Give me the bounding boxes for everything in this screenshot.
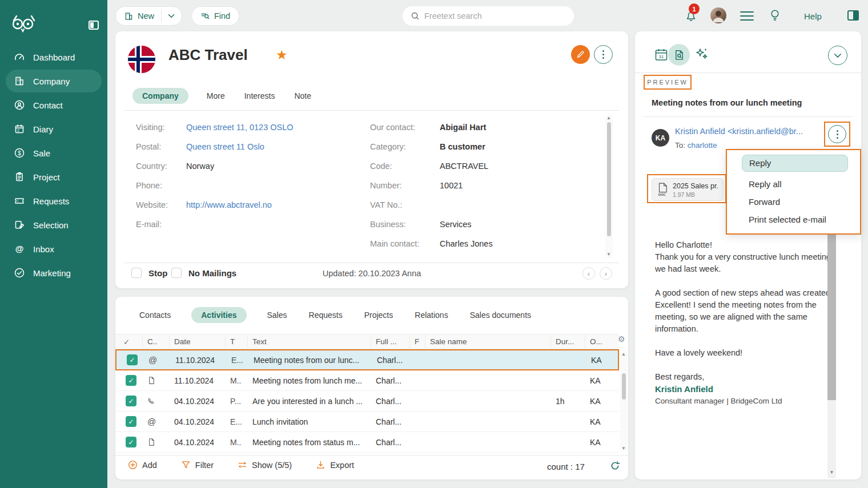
filter-button[interactable]: Filter: [181, 460, 214, 470]
sidebar-item-contact[interactable]: Contact: [0, 94, 107, 116]
menu-hamburger-icon[interactable]: [740, 11, 754, 23]
column-f[interactable]: F: [410, 334, 425, 349]
tab-more[interactable]: More: [206, 88, 226, 104]
diary-icon: [14, 123, 25, 135]
menu-item-reply-all[interactable]: Reply all: [727, 175, 860, 193]
tab-projects[interactable]: Projects: [363, 307, 395, 323]
add-button[interactable]: Add: [128, 460, 157, 470]
show-button[interactable]: Show (5/5): [238, 460, 292, 470]
sidebar-item-company[interactable]: Company: [0, 70, 107, 92]
row-checkbox-checked[interactable]: ✓: [126, 375, 136, 386]
refresh-icon[interactable]: [610, 461, 620, 473]
website-value[interactable]: http://www.abctravel.no: [186, 200, 272, 209]
calendar-view-icon[interactable]: 31: [654, 47, 669, 64]
table-row[interactable]: ✓ @ 04.10.2024 E... Lunch invitation Cha…: [115, 412, 619, 432]
table-row[interactable]: ✓ 04.10.2024 M.. Meeting notes from stat…: [115, 432, 619, 453]
scroll-down-icon[interactable]: ▼: [606, 252, 611, 257]
next-record-button[interactable]: ›: [600, 267, 612, 280]
scrollbar-thumb[interactable]: [827, 233, 836, 400]
column-select[interactable]: ✓: [115, 334, 143, 349]
cell-full: Charl...: [371, 397, 410, 406]
column-c[interactable]: C..: [143, 334, 170, 349]
help-link[interactable]: Help: [804, 11, 822, 21]
cell-owner: KA: [585, 417, 619, 426]
row-checkbox-checked[interactable]: ✓: [127, 354, 138, 365]
tab-interests[interactable]: Interests: [243, 88, 276, 104]
fields-scrollbar[interactable]: ▲ ▼: [605, 114, 613, 258]
sidebar-item-requests[interactable]: Requests: [0, 189, 107, 212]
table-row[interactable]: ✓ 04.10.2024 P... Are you interested in …: [115, 391, 619, 412]
chevron-down-icon: [834, 53, 842, 58]
grid-settings-gear-icon[interactable]: ⚙: [618, 334, 625, 344]
sidebar-item-project[interactable]: Project: [0, 166, 107, 188]
sidebar-item-sale[interactable]: $ Sale: [0, 142, 107, 164]
tab-sales[interactable]: Sales: [266, 307, 288, 323]
lightbulb-icon[interactable]: [769, 9, 781, 25]
sender-name-email[interactable]: Kristin Anfield <kristin.anfield@br...: [675, 127, 825, 136]
column-sale-name[interactable]: Sale name: [425, 334, 551, 349]
tab-requests[interactable]: Requests: [308, 307, 344, 323]
preview-scrollbar[interactable]: ▼: [827, 231, 836, 478]
kebab-icon: [837, 130, 838, 139]
tab-relations[interactable]: Relations: [413, 307, 449, 323]
scroll-up-icon[interactable]: ▲: [606, 115, 611, 120]
signature-name: Kristin Anfield: [655, 383, 833, 395]
tab-company[interactable]: Company: [132, 88, 188, 104]
sidebar-item-diary[interactable]: Diary: [0, 118, 107, 140]
prev-record-button[interactable]: ‹: [582, 267, 595, 280]
cell-text: Are you interested in a lunch ...: [248, 397, 371, 406]
new-button[interactable]: New: [115, 6, 182, 26]
updated-text: Updated: 20.10.2023 Anna: [115, 269, 628, 278]
attachment-chip[interactable]: DOC 2025 Sales pr. 1.97 MB: [652, 178, 724, 201]
column-t[interactable]: T: [226, 334, 248, 349]
sparkles-ai-icon[interactable]: [694, 47, 709, 64]
postal-value[interactable]: Queen street 11 Oslo: [186, 142, 264, 151]
company-menu-button[interactable]: [594, 45, 613, 64]
notification-badge: 1: [689, 3, 700, 14]
sidebar-item-dashboard[interactable]: Dashboard: [0, 46, 107, 68]
recipient-line: To: charlotte: [675, 141, 717, 150]
scroll-down-icon[interactable]: ▼: [830, 470, 834, 475]
sidebar-collapse-icon[interactable]: [89, 21, 99, 30]
row-checkbox-checked[interactable]: ✓: [126, 416, 136, 427]
row-checkbox-checked[interactable]: ✓: [126, 396, 136, 406]
column-dur[interactable]: Dur...: [551, 334, 585, 349]
tab-note[interactable]: Note: [293, 88, 312, 104]
search-input[interactable]: [424, 11, 561, 21]
collapse-preview-button[interactable]: [828, 46, 847, 65]
visiting-value[interactable]: Queen street 11, 0123 OSLO: [186, 123, 294, 132]
menu-item-print-selected-email[interactable]: Print selected e-mail: [727, 211, 860, 228]
side-panel-toggle-icon[interactable]: [847, 10, 859, 21]
menu-item-reply[interactable]: Reply: [742, 155, 848, 172]
document-icon: [143, 438, 170, 446]
tab-sales-documents[interactable]: Sales documents: [469, 307, 532, 323]
sidebar-item-selection[interactable]: Selection: [0, 213, 107, 236]
tab-activities[interactable]: Activities: [191, 307, 246, 323]
new-dropdown-chevron-icon[interactable]: [162, 14, 181, 18]
find-button[interactable]: Find: [191, 6, 239, 26]
menu-item-forward[interactable]: Forward: [727, 193, 860, 211]
column-full[interactable]: Full ...: [371, 334, 410, 349]
table-scrollbar[interactable]: ▲ ▼: [620, 350, 628, 452]
sidebar-item-marketing[interactable]: Marketing: [0, 261, 107, 284]
scroll-up-icon[interactable]: ▲: [621, 352, 626, 357]
export-button[interactable]: Export: [316, 460, 354, 470]
edit-button[interactable]: [571, 45, 590, 64]
sidebar-item-label: Project: [33, 172, 60, 182]
column-date[interactable]: Date: [170, 334, 226, 349]
email-menu-button[interactable]: [828, 125, 846, 143]
number-value: 10021: [440, 181, 463, 190]
sidebar-item-inbox[interactable]: @ Inbox: [0, 237, 107, 260]
table-row[interactable]: ✓ @ 11.10.2024 E... Meeting notes from o…: [115, 349, 619, 370]
to-recipient[interactable]: charlotte: [688, 141, 717, 150]
table-row[interactable]: ✓ 11.10.2024 M.. Meeting notes from lunc…: [115, 370, 619, 391]
freetext-search[interactable]: [403, 6, 574, 26]
document-preview-icon[interactable]: [668, 44, 690, 66]
favorite-star-icon[interactable]: ★: [276, 47, 288, 63]
column-o[interactable]: O...: [585, 334, 619, 349]
row-checkbox-checked[interactable]: ✓: [126, 437, 136, 447]
user-avatar[interactable]: [710, 7, 726, 23]
tab-contacts[interactable]: Contacts: [138, 307, 172, 323]
column-text[interactable]: Text: [248, 334, 371, 349]
scroll-down-icon[interactable]: ▼: [621, 446, 626, 451]
